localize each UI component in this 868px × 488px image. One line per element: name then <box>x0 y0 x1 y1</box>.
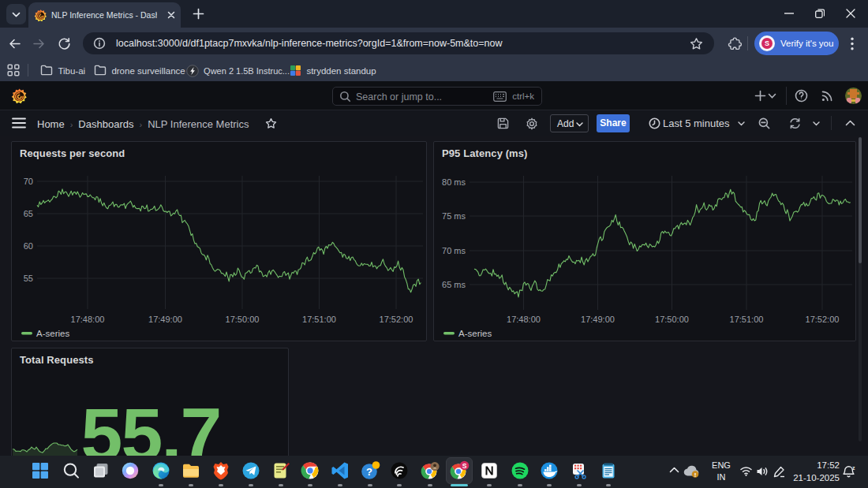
svg-text:!: ! <box>694 471 697 478</box>
svg-text:70 ms: 70 ms <box>442 246 466 255</box>
svg-text:75 ms: 75 ms <box>442 211 466 221</box>
svg-text:A-series: A-series <box>36 329 69 338</box>
svg-text:65 ms: 65 ms <box>442 280 466 289</box>
svg-text:17:51:00: 17:51:00 <box>302 315 336 324</box>
svg-text:17:49:00: 17:49:00 <box>148 315 182 324</box>
svg-text:80 ms: 80 ms <box>442 177 466 187</box>
svg-text:17:52:00: 17:52:00 <box>380 315 413 324</box>
svg-text:17:52:00: 17:52:00 <box>806 315 840 324</box>
svg-text:17:49:00: 17:49:00 <box>581 315 615 324</box>
svg-text:60: 60 <box>24 241 33 251</box>
svg-text:?: ? <box>366 466 372 478</box>
svg-text:17:50:00: 17:50:00 <box>226 315 260 324</box>
svg-text:z: z <box>852 465 855 471</box>
svg-text:65: 65 <box>24 209 33 218</box>
svg-text:70: 70 <box>24 177 33 186</box>
svg-text:17:50:00: 17:50:00 <box>655 315 689 324</box>
svg-text:S: S <box>462 462 467 470</box>
svg-text:17:51:00: 17:51:00 <box>730 315 764 324</box>
svg-text:17:48:00: 17:48:00 <box>507 315 541 324</box>
svg-text:A-series: A-series <box>458 329 492 338</box>
svg-text:55: 55 <box>24 274 33 283</box>
svg-text:17:48:00: 17:48:00 <box>71 315 105 324</box>
